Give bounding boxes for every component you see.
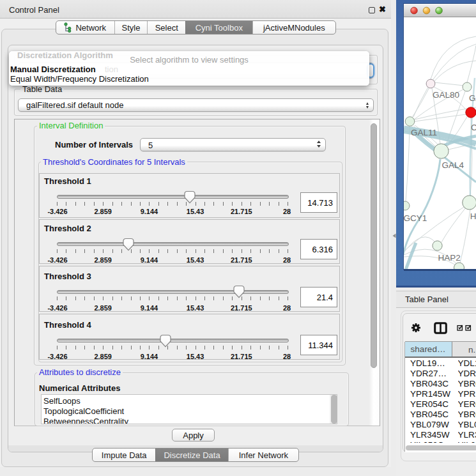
svg-text:CA: CA	[471, 123, 476, 132]
svg-text:GA: GA	[469, 93, 476, 103]
svg-text:GCY1: GCY1	[404, 213, 427, 223]
svg-text:GAL11: GAL11	[411, 128, 437, 137]
svg-text:GAL80: GAL80	[433, 90, 459, 100]
svg-text:HAP2: HAP2	[438, 253, 461, 263]
svg-text:GAL4: GAL4	[442, 160, 464, 170]
svg-text:HI: HI	[470, 211, 476, 221]
